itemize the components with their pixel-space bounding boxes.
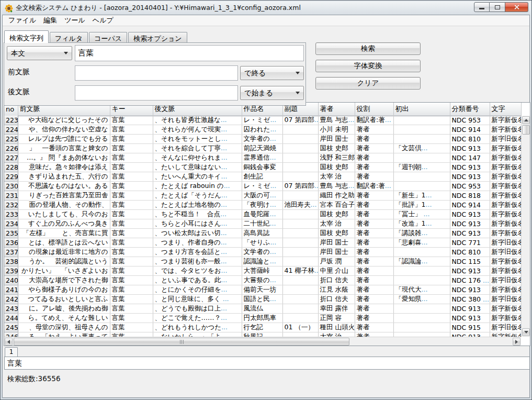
cell-first-publication[interactable] [393, 332, 450, 337]
cell-char-type[interactable]: 新字新仮名 [490, 257, 521, 266]
cell-pre-context[interactable]: 」 一番頭の言葉と婢女の [18, 144, 110, 153]
cell-key[interactable]: 言葉 [110, 323, 153, 332]
cell-char-type[interactable]: 新字新仮名 [490, 314, 521, 323]
cell-no[interactable]: 224 [4, 125, 18, 135]
cell-author[interactable]: 中里 介山 [318, 266, 355, 276]
cell-work[interactable]: 前記天満焼 [242, 144, 282, 153]
cell-first-publication[interactable]: 「批評」1... [393, 201, 450, 210]
cell-key[interactable]: 言葉 [110, 285, 153, 295]
cell-pre-context[interactable]: レルブは先づ誰にでも分る [18, 135, 110, 144]
cell-subtitle[interactable]: 01 （一） [282, 323, 318, 332]
cell-char-type[interactable]: 新字新仮名 [490, 219, 521, 229]
cell-pre-context[interactable]: 面の登場人物、その動作、 [18, 201, 110, 210]
cell-work[interactable]: 文学者の... [242, 248, 282, 257]
tab-0[interactable]: 検索文字列 [4, 30, 49, 43]
cell-key[interactable]: 言葉 [110, 219, 153, 229]
scroll-left-button[interactable] [5, 338, 13, 346]
cell-subtitle[interactable]: 池田寿夫... [282, 201, 318, 210]
cell-no[interactable]: 227 [4, 153, 18, 163]
cell-ndc-number[interactable]: NDC 810 [450, 135, 490, 144]
cell-post-context[interactable]: 、たいへん重大のキイ... [153, 172, 242, 182]
cell-no[interactable]: 226 [4, 144, 18, 153]
title-bar[interactable]: 全文検索システム ひまわり - [aozora_20140401] - Y:¥H… [2, 2, 530, 15]
cell-work[interactable]: 風流仏 [242, 304, 282, 314]
cell-no[interactable]: 236 [4, 238, 18, 248]
cell-author[interactable]: 岸田 国士 [318, 238, 355, 248]
cell-first-publication[interactable]: 「週刊朝... [393, 163, 450, 172]
cell-char-type[interactable]: 新字新仮名 [490, 285, 521, 295]
cell-author[interactable]: 小川 未明 [318, 125, 355, 135]
cell-subtitle[interactable] [282, 210, 318, 219]
cell-pre-context[interactable]: とは、標準語とは云へない [18, 238, 110, 248]
cell-first-publication[interactable] [393, 182, 450, 191]
scroll-down-button[interactable] [522, 328, 530, 336]
cell-pre-context[interactable]: や、信仰の伴わない空虚な [18, 125, 110, 135]
cell-author[interactable]: 太宰 治 [318, 172, 355, 182]
cell-char-type[interactable]: 新字新仮名 [490, 182, 521, 191]
cell-key[interactable]: 言葉 [110, 304, 153, 314]
cell-no[interactable]: 229 [4, 172, 18, 182]
cell-author[interactable]: 国枝 史郎 [318, 163, 355, 172]
cell-key[interactable]: 言葉 [110, 257, 153, 266]
cell-subtitle[interactable] [282, 135, 318, 144]
cell-work[interactable]: 大嘗祭の... [242, 276, 282, 285]
cell-no[interactable]: 234 [4, 219, 18, 229]
cell-first-publication[interactable] [393, 116, 450, 125]
next-context-input[interactable] [75, 85, 238, 101]
cell-work[interactable]: 「夜明け... [242, 201, 282, 210]
cell-post-context[interactable]: 、どれもうれしかつた... [153, 323, 242, 332]
cell-ndc-number[interactable]: NDC 913 [450, 210, 490, 219]
cell-work[interactable]: 高島異誌 [242, 229, 282, 238]
cell-author[interactable]: 国枝 史郎 [318, 210, 355, 219]
cell-author[interactable]: 岸田 国士 [318, 135, 355, 144]
cell-first-publication[interactable] [393, 314, 450, 323]
selection-preview-field[interactable]: 言葉 [4, 357, 530, 370]
cell-author[interactable]: 岸田 国士 [318, 248, 355, 257]
cell-key[interactable]: 言葉 [110, 191, 153, 201]
prev-context-mode-select[interactable]: で終る [240, 66, 304, 80]
next-context-mode-select[interactable]: で始まる [240, 86, 304, 100]
cell-ndc-number[interactable]: NDC 913 [450, 219, 490, 229]
cell-subtitle[interactable]: 41 椰子林... [282, 266, 318, 276]
cell-pre-context[interactable]: る。「ねえ、よい悪事って [18, 332, 110, 337]
maximize-button[interactable] [490, 2, 505, 12]
cell-ndc-number[interactable]: NDC 147 [450, 153, 490, 163]
cell-role[interactable]: 著者 [355, 144, 393, 153]
cell-role[interactable]: 著者 [355, 285, 393, 295]
cell-no[interactable]: 243 [4, 304, 18, 314]
cell-char-type[interactable]: 新字新仮名 [490, 125, 521, 135]
cell-role[interactable]: 著者 [355, 172, 393, 182]
cell-key[interactable]: 言葉 [110, 210, 153, 219]
cell-char-type[interactable]: 新字新仮名 [490, 153, 521, 163]
cell-ndc-number[interactable]: NDC 913 [450, 304, 490, 314]
menu-item-2[interactable]: ツール [61, 15, 89, 26]
cell-first-publication[interactable] [393, 125, 450, 135]
cell-post-context[interactable]: 、つまり方言を会話と... [153, 248, 242, 257]
cell-no[interactable]: 225 [4, 135, 18, 144]
cell-no[interactable]: 241 [4, 285, 18, 295]
cell-key[interactable]: 言葉 [110, 135, 153, 144]
cell-char-type[interactable]: 新字新仮名 [490, 144, 521, 153]
cell-no[interactable]: 244 [4, 314, 18, 323]
cell-subtitle[interactable] [282, 257, 318, 266]
column-header-ndc-number[interactable]: 分類番号 [450, 103, 490, 116]
cell-ndc-number[interactable]: NDC 953 [450, 182, 490, 191]
cell-author[interactable]: 太宰 治 [318, 332, 355, 337]
cell-pre-context[interactable]: や大砲などに交じったその [18, 116, 110, 125]
cell-post-context[interactable]: 、それも皆勇壮激越な... [153, 116, 242, 125]
cell-no[interactable]: 223 [4, 116, 18, 125]
cell-char-type[interactable]: 新字新仮名 [490, 266, 521, 276]
cell-subtitle[interactable] [282, 304, 318, 314]
cell-key[interactable]: 言葉 [110, 201, 153, 210]
menu-item-3[interactable]: ヘルプ [89, 15, 117, 26]
cell-author[interactable]: 国枝 史郎 [318, 144, 355, 153]
cell-role[interactable]: 著者 [355, 304, 393, 314]
cell-no[interactable]: 228 [4, 163, 18, 172]
cell-pre-context[interactable]: かりたい」 「いさぎよいお [18, 266, 110, 276]
cell-first-publication[interactable]: 「講談雑... [393, 229, 450, 238]
cell-post-context[interactable]: 、では、今タヒツをお... [153, 266, 242, 276]
cell-work[interactable]: 二十世紀... [242, 219, 282, 229]
cell-author[interactable]: 宮本 百合子 [318, 201, 355, 210]
cell-pre-context[interactable]: ら。てめえ、そんな難しい [18, 314, 110, 323]
cell-author[interactable]: 戸坂 潤 [318, 257, 355, 266]
